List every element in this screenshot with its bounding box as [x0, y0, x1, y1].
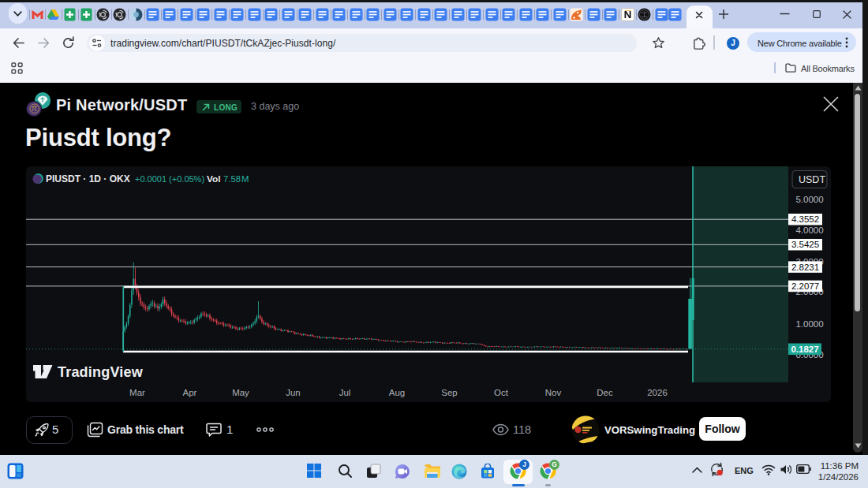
svg-text:4.3552: 4.3552: [791, 214, 819, 224]
svg-text:2.2077: 2.2077: [791, 281, 819, 291]
svg-text:4.0000: 4.0000: [795, 225, 823, 235]
svg-text:Vol: Vol: [207, 173, 220, 184]
svg-text:Nov: Nov: [545, 388, 562, 397]
svg-text:3.5425: 3.5425: [791, 240, 819, 249]
svg-text:7.58 M: 7.58 M: [223, 174, 249, 184]
svg-text:Apr: Apr: [183, 388, 197, 397]
svg-text:TradingView: TradingView: [58, 364, 144, 380]
svg-text:+0.0001 (+0.05%): +0.0001 (+0.05%): [135, 174, 204, 184]
svg-text:PIUSDT · 1D · OKX: PIUSDT · 1D · OKX: [46, 173, 130, 184]
svg-text:Mar: Mar: [129, 388, 145, 397]
svg-text:Oct: Oct: [494, 388, 509, 397]
svg-text:USDT: USDT: [799, 174, 825, 185]
svg-text:Jul: Jul: [339, 388, 351, 397]
svg-text:Sep: Sep: [441, 388, 457, 397]
svg-text:0.1827: 0.1827: [791, 345, 818, 354]
svg-text:Jun: Jun: [286, 388, 301, 397]
svg-text:5.0000: 5.0000: [795, 195, 823, 204]
svg-text:1.0000: 1.0000: [795, 319, 823, 329]
svg-text:2.8231: 2.8231: [791, 263, 819, 272]
svg-text:2026: 2026: [647, 388, 668, 397]
svg-text:Aug: Aug: [389, 388, 405, 397]
svg-text:May: May: [232, 388, 249, 397]
svg-text:Dec: Dec: [597, 388, 613, 397]
